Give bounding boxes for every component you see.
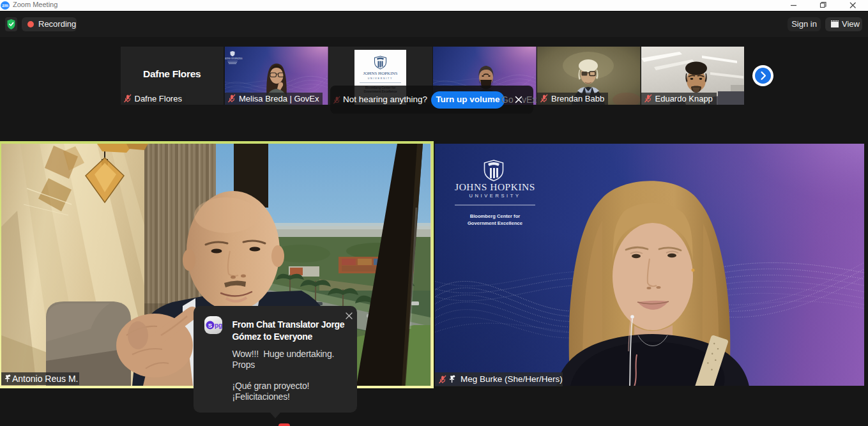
- svg-text:JOHNS HOPKINS: JOHNS HOPKINS: [455, 181, 535, 192]
- svg-text:UNIVERSITY: UNIVERSITY: [368, 77, 393, 80]
- svg-text:Bloomberg Center for: Bloomberg Center for: [469, 213, 520, 218]
- svg-text:JOHNS HOPKINS: JOHNS HOPKINS: [225, 57, 242, 60]
- svg-text:pg: pg: [215, 322, 222, 329]
- svg-text:S: S: [208, 322, 211, 329]
- svg-text:UNIVERSITY: UNIVERSITY: [469, 192, 521, 198]
- svg-text:Government Excellence: Government Excellence: [467, 220, 522, 226]
- svg-text:JOHNS HOPKINS: JOHNS HOPKINS: [363, 71, 398, 76]
